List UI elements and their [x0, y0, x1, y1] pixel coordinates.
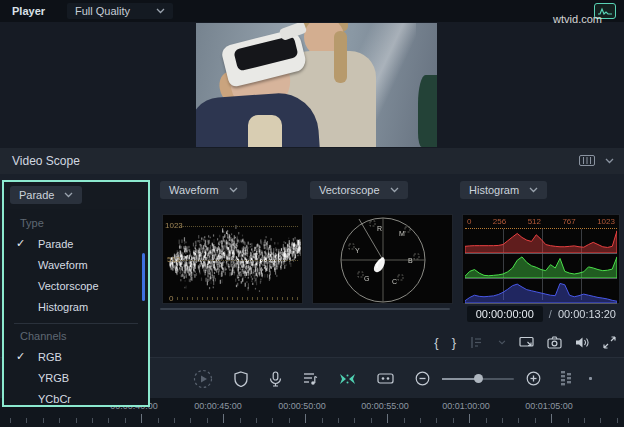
- waveform-gridline-1023: [179, 226, 298, 227]
- zoom-slider-fill: [442, 378, 478, 380]
- ruler-tick: [59, 418, 60, 423]
- player-tab-label: Player: [12, 5, 45, 17]
- quality-value: Full Quality: [75, 5, 130, 17]
- ruler-tick: [43, 418, 44, 423]
- histogram-green-channel: [465, 254, 617, 279]
- audio-mixer-icon[interactable]: [303, 371, 318, 386]
- timecode-separator: /: [549, 308, 552, 320]
- scope-layout-chevron-icon[interactable]: [605, 158, 614, 164]
- ruler-tick: [305, 414, 306, 423]
- chevron-down-icon: [529, 187, 538, 193]
- vectorscope-panel: Vectorscope R M Y: [310, 180, 408, 199]
- scope-layout-icon[interactable]: [579, 152, 595, 170]
- chevron-down-icon: [156, 8, 165, 14]
- menu-item-rgb[interactable]: ✓ RGB: [4, 346, 148, 367]
- child-figure-shirt: [248, 115, 282, 147]
- histogram-dropdown-label: Histogram: [469, 184, 519, 196]
- waveform-panel: Waveform 1023 512 0: [160, 180, 247, 199]
- parade-type-dropdown[interactable]: Parade: [10, 186, 82, 204]
- histogram-display: 0 256 512 767 1023: [462, 214, 620, 304]
- waveform-dropdown-label: Waveform: [169, 184, 219, 196]
- parade-dropdown-panel: Parade Type ✓ Parade Waveform Vectorscop…: [2, 180, 150, 407]
- quality-dropdown[interactable]: Full Quality: [67, 3, 173, 19]
- vectorscope-type-dropdown[interactable]: Vectorscope: [310, 181, 408, 199]
- ruler-tick: [535, 418, 536, 423]
- split-scissors-icon[interactable]: [339, 372, 356, 386]
- ruler-tick: [436, 418, 437, 423]
- speaker-icon[interactable]: [575, 336, 590, 349]
- histogram-type-dropdown[interactable]: Histogram: [460, 181, 547, 199]
- menu-item-waveform[interactable]: Waveform: [4, 254, 148, 275]
- waveform-bottom-ticks: [177, 297, 298, 300]
- menu-section-type: Type: [4, 213, 148, 233]
- transport-icon-row: { }: [434, 331, 616, 353]
- hist-scale-1023: 1023: [597, 217, 615, 226]
- ruler-tick: [158, 418, 159, 423]
- ruler-tick: [272, 418, 273, 423]
- video-preview[interactable]: [196, 23, 437, 147]
- ruler-tick: [617, 418, 618, 423]
- chevron-down-icon: [390, 187, 399, 193]
- shield-icon[interactable]: [234, 371, 248, 387]
- render-play-icon: [193, 369, 213, 389]
- preview-area: [0, 22, 624, 148]
- ruler-tick: [486, 418, 487, 423]
- chevron-down-icon: [229, 187, 238, 193]
- vectorscope-label-Y: Y: [355, 247, 360, 254]
- scope-horizontal-scrollbar[interactable]: [160, 308, 450, 310]
- vectorscope-label-R: R: [377, 225, 382, 232]
- parade-dropdown-label: Parade: [19, 189, 54, 201]
- zoom-slider-knob[interactable]: [474, 374, 483, 383]
- toolbar-more-icon[interactable]: [589, 377, 592, 380]
- menu-item-ycbcr[interactable]: YCbCr: [4, 388, 148, 409]
- video-scope-title: Video Scope: [12, 154, 80, 168]
- ruler-tick: [469, 414, 470, 423]
- menu-item-label: YCbCr: [38, 393, 71, 405]
- vectorscope-label-B: B: [408, 257, 413, 264]
- hist-scale-767: 767: [562, 217, 575, 226]
- waveform-gridline-512: [179, 260, 298, 261]
- menu-section-channels: Channels: [4, 326, 148, 346]
- timecode-current[interactable]: 00:00:00:00: [467, 306, 543, 322]
- ruler-tick: [354, 418, 355, 423]
- menu-scrollbar[interactable]: [142, 253, 145, 301]
- ruler-tick: [207, 418, 208, 423]
- timecode-total: 00:00:13:20: [558, 308, 616, 320]
- vectorscope-label-C: C: [392, 278, 397, 285]
- background-plant: [418, 75, 437, 147]
- ruler-tick: [289, 418, 290, 423]
- zoom-in-icon[interactable]: [526, 371, 541, 386]
- hist-scale-0: 0: [467, 217, 471, 226]
- microphone-icon[interactable]: [269, 371, 282, 387]
- ruler-tick: [125, 418, 126, 423]
- zoom-slider-track[interactable]: [442, 378, 514, 380]
- menu-item-parade[interactable]: ✓ Parade: [4, 233, 148, 254]
- video-scope-header: Video Scope: [0, 148, 624, 174]
- menu-item-histogram[interactable]: Histogram: [4, 296, 148, 317]
- ruler-tick: [92, 418, 93, 423]
- ruler-tick: [502, 418, 503, 423]
- mark-in-button[interactable]: {: [434, 335, 438, 350]
- waveform-display: 1023 512 0: [162, 214, 303, 304]
- ruler-tick: [10, 418, 11, 423]
- fullscreen-icon[interactable]: [603, 336, 616, 349]
- mark-out-button[interactable]: }: [452, 335, 456, 350]
- menu-divider: [14, 323, 138, 324]
- keyframe-cassette-icon[interactable]: [377, 372, 394, 385]
- zoom-out-icon[interactable]: [415, 371, 430, 386]
- menu-item-yrgb[interactable]: YRGB: [4, 367, 148, 388]
- parade-menu: Type ✓ Parade Waveform Vectorscope Histo…: [4, 209, 148, 405]
- menu-item-label: RGB: [38, 351, 62, 363]
- track-manager-icon[interactable]: [560, 370, 576, 391]
- ruler-tick: [551, 414, 552, 423]
- ruler-tick: [404, 418, 405, 423]
- snapshot-camera-icon[interactable]: [547, 336, 562, 349]
- menu-item-vectorscope[interactable]: Vectorscope: [4, 275, 148, 296]
- menu-item-label: Waveform: [38, 259, 88, 271]
- detach-display-icon[interactable]: [519, 336, 534, 349]
- waveform-type-dropdown[interactable]: Waveform: [160, 181, 247, 199]
- ruler-tick: [322, 418, 323, 423]
- ruler-tick: [141, 414, 142, 423]
- ruler-tick: [453, 418, 454, 423]
- player-top-bar: Player Full Quality: [0, 0, 624, 22]
